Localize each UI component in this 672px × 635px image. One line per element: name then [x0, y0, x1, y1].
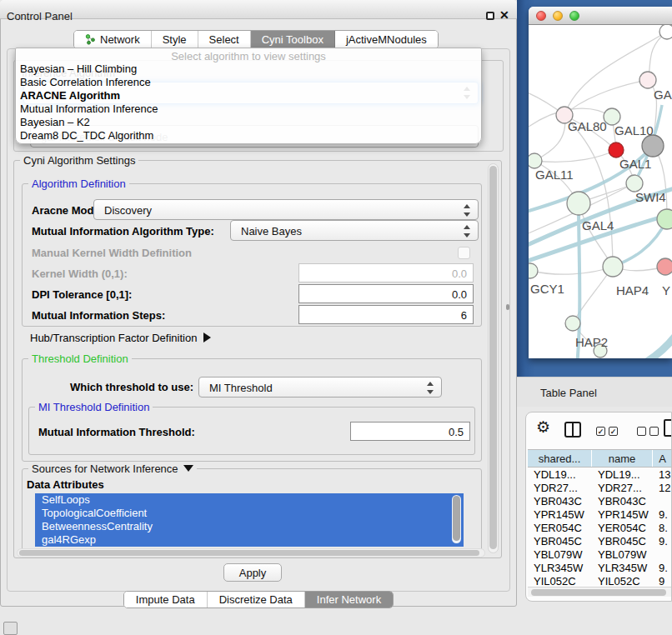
- node-hap4[interactable]: [603, 257, 623, 277]
- attribute-item-selected[interactable]: TopologicalCoefficient: [35, 507, 464, 520]
- aracne-mode-combobox[interactable]: Discovery: [93, 199, 479, 220]
- minimize-traffic-light[interactable]: [553, 11, 563, 21]
- node-gal11[interactable]: [529, 153, 542, 168]
- node-gcy1[interactable]: [529, 263, 538, 278]
- close-icon[interactable]: ✕: [499, 8, 509, 22]
- tab-style[interactable]: Style: [152, 31, 198, 48]
- which-threshold-label: Which threshold to use:: [70, 381, 193, 393]
- algorithm-option-selected[interactable]: ARACNE Algorithm: [16, 89, 481, 102]
- algorithm-option[interactable]: Bayesian – Hill Climbing: [16, 62, 481, 76]
- node-salmon[interactable]: [657, 258, 672, 275]
- cell: 9.: [653, 508, 672, 522]
- table-row[interactable]: YBR045CYBR045C9.: [528, 535, 672, 548]
- node-swi4[interactable]: [626, 175, 643, 192]
- close-traffic-light[interactable]: [536, 11, 546, 21]
- manual-kernel-checkbox[interactable]: [458, 247, 470, 259]
- column-header-partial[interactable]: A: [653, 450, 672, 467]
- node-label: GAL80: [568, 119, 607, 133]
- node-hap2[interactable]: [565, 316, 580, 331]
- dpi-tolerance-field[interactable]: 0.0: [298, 284, 474, 303]
- node-gal1-red[interactable]: [609, 142, 624, 158]
- table-row[interactable]: YBR043CYBR043C: [528, 495, 672, 508]
- attribute-item-selected[interactable]: gal4RGexp: [35, 533, 464, 547]
- scrollbar-thumb[interactable]: [453, 496, 460, 541]
- cell: YPR145W: [528, 508, 592, 522]
- settings-horizontal-scrollbar[interactable]: [17, 548, 485, 558]
- bottom-corner-button[interactable]: [3, 622, 18, 635]
- algorithm-option[interactable]: Basic Correlation Inference: [16, 76, 481, 89]
- mi-threshold-definition-title: MI Threshold Definition: [35, 401, 153, 413]
- mi-steps-field[interactable]: 6: [298, 305, 474, 324]
- column-header-shared-name[interactable]: shared...: [528, 450, 592, 467]
- checkbox-checked-icon[interactable]: ✓: [609, 427, 618, 436]
- kernel-width-label: Kernel Width (0,1):: [32, 268, 128, 280]
- table-row[interactable]: YER054CYER054C8.: [528, 522, 672, 535]
- node-bright-green[interactable]: [657, 209, 672, 229]
- checkbox-unchecked-icon[interactable]: [649, 427, 659, 436]
- node-unlabeled[interactable]: [659, 25, 672, 39]
- zoom-traffic-light[interactable]: [569, 11, 579, 21]
- node-label: GAL1: [619, 157, 651, 171]
- tab-impute-data[interactable]: Impute Data: [124, 592, 208, 608]
- tab-discretize-data[interactable]: Discretize Data: [208, 592, 305, 608]
- node-table: shared... name A: [528, 449, 672, 468]
- document-icon[interactable]: [664, 419, 672, 437]
- tab-network-label: Network: [100, 33, 140, 46]
- table-row[interactable]: YBL079WYBL079W: [528, 548, 672, 562]
- panel-splitter-handle[interactable]: [506, 304, 509, 310]
- scrollbar-thumb[interactable]: [531, 589, 666, 596]
- checkbox-checked-icon[interactable]: ✓: [596, 427, 605, 436]
- table-panel-container: ⚙ ✓ ✓ shared... name A YDL19...YDL19...1…: [525, 412, 672, 602]
- network-canvas[interactable]: GAL GAL80 GAL10 GAL1 GAL11 SWI4 GAL4 GCY…: [529, 25, 672, 358]
- table-row[interactable]: YLR345WYLR345W9.: [528, 562, 672, 575]
- combo-stepper-icon: [463, 204, 470, 217]
- checkbox-unchecked-icon[interactable]: [637, 427, 646, 436]
- network-window-titlebar[interactable]: [529, 7, 672, 25]
- cell: 8.: [653, 522, 672, 535]
- tab-network[interactable]: Network: [74, 31, 152, 48]
- node-label: HAP4: [616, 283, 649, 298]
- tab-infer-network[interactable]: Infer Network: [305, 592, 393, 608]
- algorithm-option[interactable]: Bayesian – K2: [16, 116, 481, 129]
- table-row[interactable]: YIL052CYIL052C9: [528, 575, 672, 586]
- attribute-item-selected[interactable]: SelfLoops: [35, 493, 464, 507]
- hub-definition-toggle[interactable]: Hub/Transcription Factor Definition: [30, 332, 211, 344]
- cell: YLR345W: [592, 562, 653, 575]
- settings-vertical-scrollbar[interactable]: [488, 163, 499, 553]
- kernel-width-field[interactable]: 0.0: [298, 263, 474, 282]
- apply-button[interactable]: Apply: [223, 563, 282, 582]
- table-horizontal-scrollbar[interactable]: [528, 587, 672, 597]
- scrollbar-thumb[interactable]: [19, 550, 479, 556]
- node-gal2[interactable]: [639, 72, 656, 88]
- combo-stepper-icon: [426, 382, 434, 394]
- which-threshold-combobox[interactable]: MI Threshold: [198, 377, 442, 398]
- column-header-name[interactable]: name: [592, 450, 653, 467]
- mi-threshold-field[interactable]: 0.5: [350, 422, 470, 441]
- tab-jactivemnodules[interactable]: jActiveMNodules: [335, 31, 438, 48]
- collapse-down-icon[interactable]: [183, 465, 193, 472]
- expand-right-icon[interactable]: [203, 332, 211, 342]
- kernel-width-value: 0.0: [452, 268, 467, 280]
- float-window-icon[interactable]: [486, 12, 494, 20]
- columns-icon[interactable]: [564, 422, 581, 438]
- tab-select[interactable]: Select: [198, 31, 251, 48]
- sources-group-title[interactable]: Sources for Network Inference: [28, 462, 197, 475]
- attributes-scrollbar[interactable]: [452, 495, 461, 543]
- scrollbar-thumb[interactable]: [489, 166, 497, 549]
- gear-icon[interactable]: ⚙: [536, 418, 550, 437]
- attribute-item-selected[interactable]: BetweennessCentrality: [35, 520, 464, 533]
- node-gal4[interactable]: [567, 192, 590, 215]
- tab-cyni-toolbox[interactable]: Cyni Toolbox: [251, 31, 335, 48]
- algorithm-option[interactable]: Dream8 DC_TDC Algorithm: [16, 129, 481, 142]
- cell: YBR043C: [528, 495, 592, 508]
- data-attributes-list[interactable]: SelfLoops TopologicalCoefficient Between…: [35, 493, 464, 547]
- mi-type-combobox[interactable]: Naive Bayes: [230, 220, 479, 241]
- table-row[interactable]: YDL19...YDL19...13: [528, 468, 672, 482]
- node-gray[interactable]: [642, 135, 664, 157]
- algorithm-option[interactable]: Mutual Information Inference: [16, 102, 481, 116]
- table-row[interactable]: YDR27...YDR27...12: [528, 482, 672, 495]
- table-row[interactable]: YPR145WYPR145W9.: [528, 508, 672, 522]
- tab-jactivemnodules-label: jActiveMNodules: [346, 33, 427, 46]
- table-panel-title: Table Panel: [540, 387, 597, 399]
- mi-steps-value: 6: [461, 309, 467, 322]
